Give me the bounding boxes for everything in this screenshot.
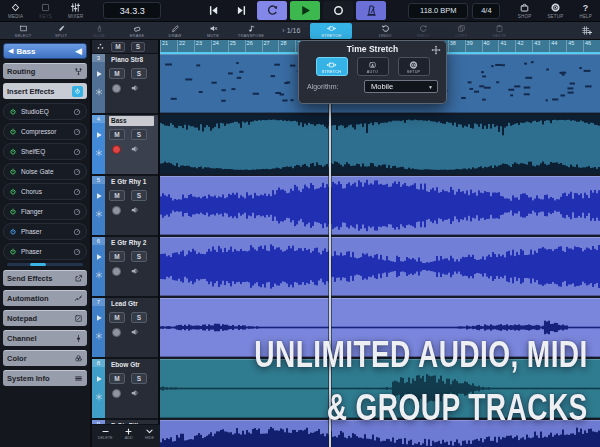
track-monitor-triangle-icon[interactable] <box>95 192 103 200</box>
track-header-piano-str8[interactable]: 3 Piano Str8 M S <box>92 54 158 115</box>
power-icon[interactable] <box>9 188 17 196</box>
freeze-snowflake-icon[interactable] <box>95 88 103 96</box>
power-icon[interactable] <box>9 208 17 216</box>
ruler-bar[interactable]: 41 <box>498 40 515 52</box>
undo-button[interactable]: UNDO <box>366 24 404 38</box>
ruler-bar[interactable]: 26 <box>245 40 262 52</box>
track-color-strip[interactable]: 7 <box>92 298 105 357</box>
setup-button[interactable]: SETUP <box>547 2 563 19</box>
tool-split[interactable]: SPLIT <box>42 24 80 38</box>
freeze-snowflake-icon[interactable] <box>95 271 103 279</box>
ruler-bar[interactable]: 21 <box>160 40 177 52</box>
ruler-bar[interactable]: 25 <box>228 40 245 52</box>
track-header-ebow-gtr[interactable]: 8 Ebow Gtr M S <box>92 359 158 420</box>
color-button[interactable]: Color <box>3 350 87 366</box>
copy-button[interactable]: COPY <box>442 24 480 38</box>
freeze-snowflake-icon[interactable] <box>95 332 103 340</box>
channel-button[interactable]: Channel <box>3 330 87 346</box>
track-monitor-triangle-icon[interactable] <box>95 70 103 78</box>
record-arm-button[interactable] <box>112 145 121 154</box>
track-name[interactable]: Lead Gtr <box>109 299 154 309</box>
ruler-bar[interactable]: 39 <box>465 40 482 52</box>
global-solo-button[interactable]: S <box>131 42 145 52</box>
time-signature-display[interactable]: 4/4 <box>472 3 500 19</box>
record-arm-button[interactable] <box>112 84 121 93</box>
record-button[interactable] <box>323 1 353 20</box>
track-name[interactable]: E Gtr Rhy 2 <box>109 238 154 248</box>
track-mute-button[interactable]: M <box>109 312 125 323</box>
tool-erase[interactable]: ERASE <box>118 24 156 38</box>
track-solo-button[interactable]: S <box>131 373 147 384</box>
lane-e-gtr-rhy-1[interactable] <box>160 176 600 237</box>
track-color-strip[interactable]: 4 <box>92 115 105 174</box>
track-mute-button[interactable]: M <box>109 129 125 140</box>
ruler-bar[interactable]: 38 <box>448 40 465 52</box>
ruler-bar[interactable]: 28 <box>278 40 295 52</box>
effect-slot[interactable]: Phaser <box>3 243 87 260</box>
insert-effects-button[interactable]: Insert Effects <box>3 83 87 99</box>
add-track-button[interactable] <box>581 25 592 36</box>
song-position-display[interactable]: 34.3.3 <box>103 2 161 19</box>
ruler-bar[interactable]: 40 <box>482 40 499 52</box>
routing-button[interactable]: Routing <box>3 63 87 79</box>
skip-back-button[interactable] <box>201 1 226 21</box>
speaker-icon[interactable] <box>130 83 140 93</box>
track-header-lead-gtr[interactable]: 7 Lead Gtr M S <box>92 298 158 359</box>
automation-button[interactable]: Automation <box>3 290 87 306</box>
stretch-mode-stretch[interactable]: STRETCH <box>316 57 348 76</box>
speaker-icon[interactable] <box>130 266 140 276</box>
paste-button[interactable]: PASTE <box>480 24 518 38</box>
effect-slot[interactable]: StudioEQ <box>3 103 87 120</box>
track-mute-button[interactable]: M <box>109 373 125 384</box>
freeze-snowflake-icon[interactable] <box>95 393 103 401</box>
track-color-strip[interactable]: 5 <box>92 176 105 235</box>
track-monitor-triangle-icon[interactable] <box>95 131 103 139</box>
dial-icon[interactable] <box>73 248 81 256</box>
ruler-bar[interactable]: 43 <box>532 40 549 52</box>
track-solo-button[interactable]: S <box>131 129 147 140</box>
record-arm-button[interactable] <box>112 389 121 398</box>
effect-slot[interactable]: Chorus <box>3 183 87 200</box>
track-name[interactable]: Ebow Gtr <box>109 360 154 370</box>
power-icon[interactable] <box>9 168 17 176</box>
track-mute-button[interactable]: M <box>109 251 125 262</box>
track-mute-button[interactable]: M <box>109 68 125 79</box>
dial-icon[interactable] <box>73 128 81 136</box>
channel-header[interactable]: ◀ Bass ◀ <box>3 43 87 59</box>
track-monitor-triangle-icon[interactable] <box>95 375 103 383</box>
track-header-e-gtr-rhy-1[interactable]: 5 E Gtr Rhy 1 M S <box>92 176 158 237</box>
track-color-strip[interactable]: 6 <box>92 237 105 296</box>
tool-draw[interactable]: DRAW <box>156 24 194 38</box>
tool-select[interactable]: SELECT <box>4 24 42 38</box>
send-effects-button[interactable]: Send Effects <box>3 270 87 286</box>
add-track-button[interactable]: ADD <box>124 427 133 440</box>
effect-slot[interactable]: Compressor <box>3 123 87 140</box>
tool-glue[interactable]: GLUE <box>80 24 118 38</box>
track-name[interactable]: E Gtr Rhy 1 <box>109 177 154 187</box>
ruler-bar[interactable]: 45 <box>566 40 583 52</box>
mixer-button[interactable]: MIXER <box>68 2 83 19</box>
ruler-bar[interactable]: 23 <box>194 40 211 52</box>
freeze-snowflake-icon[interactable] <box>95 149 103 157</box>
ruler-bar[interactable]: 27 <box>262 40 279 52</box>
effect-slot[interactable]: Phaser <box>3 223 87 240</box>
power-icon[interactable] <box>9 248 17 256</box>
system-info-button[interactable]: System Info <box>3 370 87 386</box>
track-solo-button[interactable]: S <box>131 312 147 323</box>
track-name[interactable]: Bass <box>109 116 154 126</box>
track-solo-button[interactable]: S <box>131 190 147 201</box>
notepad-button[interactable]: Notepad <box>3 310 87 326</box>
lane-bass[interactable] <box>160 115 600 176</box>
track-monitor-triangle-icon[interactable] <box>95 314 103 322</box>
ruler-bar[interactable]: 22 <box>177 40 194 52</box>
loop-button[interactable] <box>257 1 287 20</box>
track-header-bass[interactable]: 4 Bass M S <box>92 115 158 176</box>
stretch-mode-auto[interactable]: AUTO <box>357 57 389 76</box>
media-button[interactable]: MEDIA <box>8 2 23 19</box>
track-solo-button[interactable]: S <box>131 251 147 262</box>
algorithm-dropdown[interactable]: Mobile ▼ <box>364 80 438 93</box>
track-options-dots-icon[interactable] <box>96 42 105 51</box>
play-button[interactable] <box>290 1 320 20</box>
tempo-display[interactable]: 118.0 BPM <box>408 3 468 19</box>
freeze-snowflake-icon[interactable] <box>95 210 103 218</box>
